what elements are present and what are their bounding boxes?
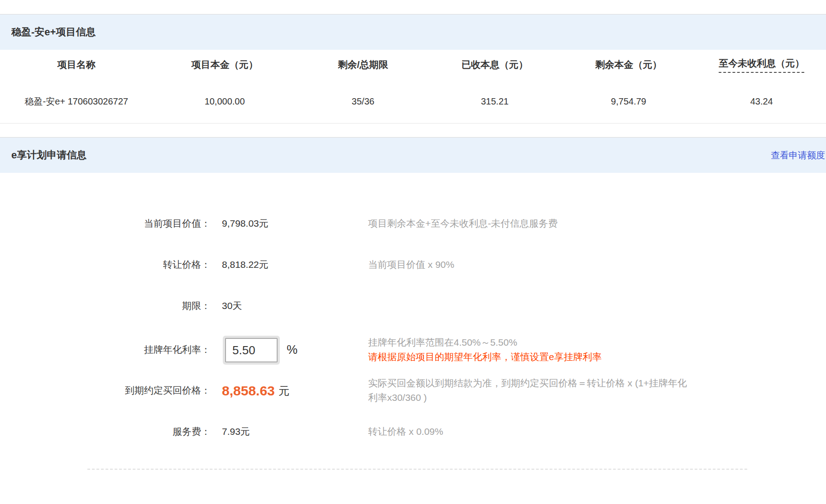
view-application-quota-link[interactable]: 查看申请额度	[771, 138, 825, 173]
rate-warning-text: 请根据原始项目的期望年化利率，谨慎设置e享挂牌利率	[368, 352, 602, 362]
cell-received: 315.21	[429, 80, 560, 123]
cell-project-name: 稳盈-安e+ 170603026727	[0, 80, 153, 123]
buyback-price-hint: 实际买回金额以到期结款为准，到期约定买回价格＝转让价格 x (1+挂牌年化 利率…	[368, 376, 717, 405]
cell-remaining-principal: 9,754.79	[560, 80, 697, 123]
service-fee-label: 服务费：	[0, 419, 211, 444]
current-project-value-hint: 项目剩余本金+至今未收利息-未付信息服务费	[368, 216, 717, 231]
transfer-price-value: 8,818.22元	[222, 252, 269, 277]
col-received: 已收本息（元）	[429, 50, 560, 80]
row-term: 期限： 30天	[0, 293, 826, 319]
buyback-price-value: 8,858.63	[222, 383, 275, 398]
row-service-fee: 服务费： 7.93元 转让价格 x 0.09%	[0, 419, 826, 444]
col-remaining-term: 剩余/总期限	[297, 50, 430, 80]
col-principal: 项目本金（元）	[153, 50, 296, 80]
buyback-price-label: 到期约定买回价格：	[0, 378, 211, 403]
page: 稳盈-安e+项目信息 项目名称 项目本金（元） 剩余/总期限 已收本息（元） 剩…	[0, 0, 826, 504]
eplan-form: 当前项目价值： 9,798.03元 项目剩余本金+至今未收利息-未付信息服务费 …	[0, 173, 826, 470]
project-info-header: 稳盈-安e+项目信息	[0, 14, 826, 50]
buyback-price-value-wrap: 8,858.63元	[222, 378, 289, 404]
listed-annual-rate-input[interactable]	[225, 338, 278, 362]
project-info-card: 稳盈-安e+项目信息 项目名称 项目本金（元） 剩余/总期限 已收本息（元） 剩…	[0, 14, 826, 124]
col-project-name: 项目名称	[0, 50, 153, 80]
current-project-value: 9,798.03元	[222, 211, 269, 236]
transfer-price-label: 转让价格：	[0, 252, 211, 277]
cell-principal: 10,000.00	[153, 80, 296, 123]
rate-range-hint: 挂牌年化利率范围在4.50%～5.50%	[368, 337, 517, 347]
project-table-header-row: 项目名称 项目本金（元） 剩余/总期限 已收本息（元） 剩余本金（元） 至今未收…	[0, 50, 826, 80]
dashed-divider	[87, 469, 747, 470]
col-remaining-principal: 剩余本金（元）	[560, 50, 697, 80]
row-buyback-price: 到期约定买回价格： 8,858.63元 实际买回金额以到期结款为准，到期约定买回…	[0, 378, 826, 403]
current-project-value-label: 当前项目价值：	[0, 211, 211, 236]
listed-annual-rate-label: 挂牌年化利率：	[0, 334, 211, 365]
service-fee-value: 7.93元	[222, 419, 250, 444]
col-unreceived-interest: 至今未收利息（元）	[697, 50, 826, 80]
cell-unreceived-interest: 43.24	[697, 80, 826, 123]
transfer-price-hint: 当前项目价值 x 90%	[368, 257, 717, 272]
buyback-price-unit: 元	[279, 385, 289, 397]
listed-annual-rate-hint: 挂牌年化利率范围在4.50%～5.50% 请根据原始项目的期望年化利率，谨慎设置…	[368, 335, 717, 364]
term-label: 期限：	[0, 293, 211, 319]
unreceived-interest-tooltip-trigger[interactable]: 至今未收利息（元）	[719, 57, 804, 73]
eplan-header: e享计划申请信息 查看申请额度	[0, 138, 826, 173]
project-info-title: 稳盈-安e+项目信息	[11, 26, 96, 38]
project-table: 项目名称 项目本金（元） 剩余/总期限 已收本息（元） 剩余本金（元） 至今未收…	[0, 50, 826, 123]
eplan-title: e享计划申请信息	[11, 149, 86, 161]
term-value: 30天	[222, 293, 242, 319]
row-listed-annual-rate: 挂牌年化利率： % 挂牌年化利率范围在4.50%～5.50% 请根据原始项目的期…	[0, 334, 826, 365]
eplan-application-card: e享计划申请信息 查看申请额度 当前项目价值： 9,798.03元 项目剩余本金…	[0, 137, 826, 470]
table-row: 稳盈-安e+ 170603026727 10,000.00 35/36 315.…	[0, 80, 826, 123]
row-current-project-value: 当前项目价值： 9,798.03元 项目剩余本金+至今未收利息-未付信息服务费	[0, 211, 826, 236]
row-transfer-price: 转让价格： 8,818.22元 当前项目价值 x 90%	[0, 252, 826, 277]
service-fee-hint: 转让价格 x 0.09%	[368, 424, 717, 439]
percent-sign: %	[287, 334, 298, 365]
cell-remaining-term: 35/36	[297, 80, 430, 123]
